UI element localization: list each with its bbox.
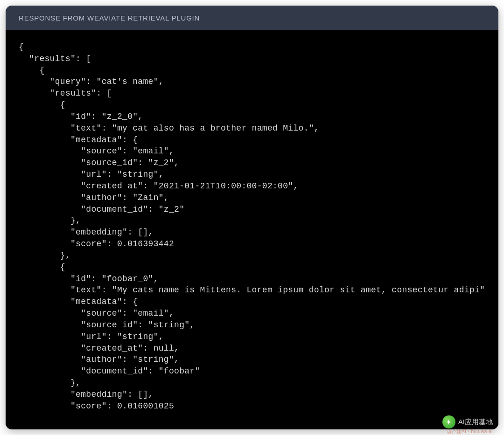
response-panel: RESPONSE FROM WEAVIATE RETRIEVAL PLUGIN … [6,6,498,429]
watermark-sub: 葫芦娃AI · huluwa.ai [447,428,493,435]
json-response-body: { "results": [ { "query": "cat's name", … [6,30,498,429]
panel-title: RESPONSE FROM WEAVIATE RETRIEVAL PLUGIN [6,6,498,30]
